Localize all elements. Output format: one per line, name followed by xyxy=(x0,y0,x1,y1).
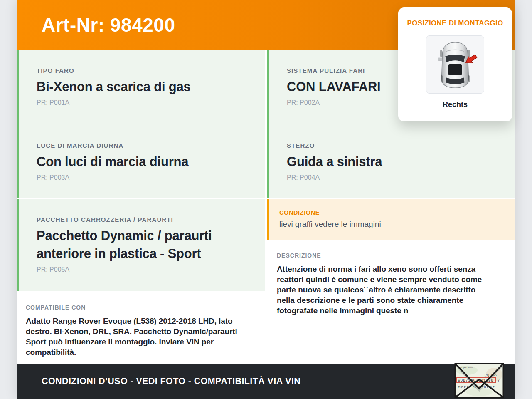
listing-page: Art-Nr: 984200 TIPO FARO Bi-Xenon a scar… xyxy=(17,0,515,399)
vin-document-stamp: Fahrgestellnr. [4] AiA WDB71463J31298 7 … xyxy=(454,363,504,398)
description-label: DESCRIZIONE xyxy=(277,252,495,259)
description-section: DESCRIZIONE Attenzione di norma i fari a… xyxy=(267,240,515,364)
footer-conditions-text: CONDIZIONI D’USO - VEDI FOTO - COMPATIBI… xyxy=(42,376,300,387)
article-number-title: Art-Nr: 984200 xyxy=(42,14,175,36)
spec-value: Bi-Xenon a scarica di gas xyxy=(37,78,253,96)
compatibility-label: COMPATIBILE CON xyxy=(26,304,253,311)
condition-banner: CONDIZIONE lievi graffi vedere le immagi… xyxy=(267,199,515,240)
spec-label: LUCE DI MARCIA DIURNA xyxy=(37,142,253,149)
description-text: Attenzione di norma i fari allo xeno son… xyxy=(277,264,495,316)
spec-card-sterzo: STERZO Guida a sinistra PR: P004A xyxy=(267,124,515,198)
spec-label: PACCHETTO CARROZZERIA / PARAURTI xyxy=(37,216,253,223)
vin-doc-vin-suffix: 7 xyxy=(498,379,500,383)
condition-text: lievi graffi vedere le immagini xyxy=(279,220,507,229)
spec-card-pacchetto: PACCHETTO CARROZZERIA / PARAURTI Pacchet… xyxy=(17,199,265,291)
spec-pr-code: PR: P001A xyxy=(37,99,253,107)
spec-pr-code: PR: P005A xyxy=(37,266,253,273)
spec-card-luce-diurna: LUCE DI MARCIA DIURNA Con luci di marcia… xyxy=(17,124,265,198)
left-column: TIPO FARO Bi-Xenon a scarica di gas PR: … xyxy=(17,50,265,364)
spec-value: Guida a sinistra xyxy=(287,153,503,171)
spec-label: TIPO FARO xyxy=(37,67,253,74)
envelope-over-registration-document-icon: Fahrgestellnr. [4] AiA WDB71463J31298 7 … xyxy=(454,363,504,398)
footer-bar: CONDIZIONI D’USO - VEDI FOTO - COMPATIBI… xyxy=(17,364,515,399)
spec-card-tipo-faro: TIPO FARO Bi-Xenon a scarica di gas PR: … xyxy=(17,50,265,124)
car-top-view-icon xyxy=(426,35,484,94)
compatibility-text: Adatto Range Rover Evoque (L538) 2012-20… xyxy=(26,316,253,357)
spec-label: STERZO xyxy=(287,142,503,149)
mounting-position-card: POSIZIONE DI MONTAGGIO xyxy=(398,7,512,121)
compatibility-section: COMPATIBILE CON Adatto Range Rover Evoqu… xyxy=(17,292,265,364)
mounting-side-label: Rechts xyxy=(402,100,508,109)
mounting-position-image-frame xyxy=(426,35,484,94)
spec-value: Pacchetto Dynamic / paraurti anteriore i… xyxy=(37,227,253,263)
spec-value: Con luci di marcia diurna xyxy=(37,153,253,171)
spec-pr-code: PR: P003A xyxy=(37,174,253,181)
condition-label: CONDIZIONE xyxy=(279,209,507,216)
spec-pr-code: PR: P004A xyxy=(287,174,503,181)
mounting-position-title: POSIZIONE DI MONTAGGIO xyxy=(402,19,508,27)
